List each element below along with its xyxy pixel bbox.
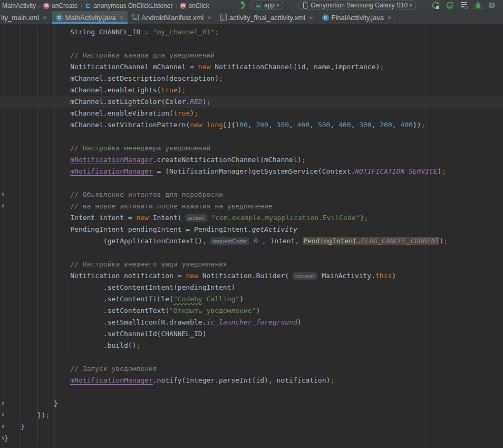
code-line: mChannel.setDescription(description); bbox=[0, 73, 503, 84]
code-line: .setChannelId(CHANNEL_ID) bbox=[0, 328, 503, 340]
code-line bbox=[0, 386, 503, 398]
tab-close-icon[interactable]: × bbox=[388, 14, 392, 22]
toolbar-actions: A bbox=[431, 1, 497, 9]
code-line: mNotificationManager.createNotificationC… bbox=[0, 154, 503, 166]
device-label: Genymotion Samsung Galaxy S10 bbox=[311, 2, 408, 9]
breadcrumb: MainActivity›onCreate›anonymous OnClickL… bbox=[2, 0, 209, 11]
code-line: String CHANNEL_ID = "my_channel_01"; bbox=[0, 26, 503, 38]
code-line: // на новое активити после нажатия на ув… bbox=[0, 201, 503, 212]
code-line: Intent intent = new Intent( action: "com… bbox=[0, 212, 503, 224]
breadcrumb-item[interactable]: MainActivity bbox=[2, 2, 36, 9]
breadcrumb-item[interactable]: onClick bbox=[180, 2, 209, 9]
code-line bbox=[0, 247, 503, 259]
breadcrumb-item[interactable]: onCreate bbox=[43, 2, 78, 9]
code-line: PendingIntent pendingIntent = PendingInt… bbox=[0, 224, 503, 235]
class-file-icon bbox=[322, 14, 329, 21]
method-icon bbox=[43, 3, 50, 9]
tab-activity_final_acttivity.xml[interactable]: activity_final_acttivity.xml× bbox=[216, 11, 318, 24]
debug-bug-icon[interactable] bbox=[474, 1, 482, 9]
code-line bbox=[0, 177, 503, 189]
code-area: String CHANNEL_ID = "my_channel_01"; // … bbox=[0, 24, 503, 444]
code-line: // Настройка канала для уведомлений bbox=[0, 50, 503, 61]
tab-AndroidManifest.xml[interactable]: AndroidManifest.xml× bbox=[128, 11, 216, 24]
tab-label: AndroidManifest.xml bbox=[141, 14, 204, 22]
editor[interactable]: String CHANNEL_ID = "my_channel_01"; // … bbox=[0, 24, 503, 447]
code-line bbox=[0, 351, 503, 363]
breadcrumb-separator: › bbox=[38, 2, 41, 9]
xml-file-icon bbox=[220, 14, 227, 21]
main-toolbar: MainActivity›onCreate›anonymous OnClickL… bbox=[0, 0, 503, 11]
code-line: } bbox=[0, 398, 503, 409]
code-line: // Обьявление интентов для переброски bbox=[0, 189, 503, 201]
code-line: .setContentIntent(pendingIntent) bbox=[0, 282, 503, 293]
breadcrumb-label: anonymous OnClickListener bbox=[93, 2, 172, 9]
fold-marker-icon[interactable]: ∧ bbox=[0, 400, 6, 406]
android-icon bbox=[255, 2, 262, 8]
device-phone-icon bbox=[302, 2, 308, 9]
code-line: // Настройка внешнего вида уведомления bbox=[0, 259, 503, 270]
tab-MainActivity.java[interactable]: MainActivity.java× bbox=[52, 11, 128, 24]
anonymous-class-icon bbox=[85, 3, 91, 9]
code-line bbox=[0, 38, 503, 50]
class-file-icon bbox=[56, 14, 63, 21]
breadcrumb-label: onClick bbox=[188, 2, 209, 9]
code-line: mChannel.enableVibration(true); bbox=[0, 108, 503, 119]
profile-icon[interactable] bbox=[488, 1, 497, 9]
manifest-file-icon bbox=[132, 14, 139, 21]
code-line: mChannel.setVibrationPattern(new long[]{… bbox=[0, 119, 503, 131]
fold-marker-icon[interactable]: ∧ bbox=[0, 423, 6, 430]
code-line: Notification notification = new Notifica… bbox=[0, 270, 503, 282]
tab-label: MainActivity.java bbox=[65, 14, 116, 22]
tab-close-icon[interactable]: × bbox=[309, 14, 313, 22]
code-line: } bbox=[0, 421, 503, 433]
code-line bbox=[0, 131, 503, 142]
code-line: } bbox=[0, 433, 503, 444]
tab-close-icon[interactable]: × bbox=[207, 14, 211, 22]
breadcrumb-separator: › bbox=[80, 2, 82, 9]
code-line: mNotificationManager = (NotificationMana… bbox=[0, 166, 503, 177]
fold-marker-icon[interactable]: ∨ bbox=[0, 191, 6, 197]
code-line: mChannel.enableLights(true); bbox=[0, 84, 503, 96]
tab-bar: ity_main.xml×MainActivity.java×AndroidMa… bbox=[0, 11, 503, 24]
code-line: .setContentTitle("Codeby Calling") bbox=[0, 293, 503, 305]
tab-label: FinalActtivity.java bbox=[332, 14, 384, 22]
run-config-label: app bbox=[264, 2, 275, 9]
run-config-selector[interactable]: app ▾ bbox=[251, 1, 283, 10]
tab-label: ity_main.xml bbox=[1, 14, 39, 22]
gutter: ∨∧∧∧∧∨ bbox=[0, 24, 7, 447]
apply-changes-icon[interactable] bbox=[431, 1, 440, 9]
breadcrumb-separator: › bbox=[175, 2, 177, 9]
breadcrumb-label: onCreate bbox=[52, 2, 78, 9]
breadcrumb-item[interactable]: anonymous OnClickListener bbox=[85, 2, 172, 9]
tab-label: activity_final_acttivity.xml bbox=[229, 14, 305, 22]
chevron-down-icon: ▾ bbox=[410, 3, 412, 8]
fold-marker-icon[interactable]: ∨ bbox=[0, 435, 6, 441]
device-selector[interactable]: Genymotion Samsung Galaxy S10 ▾ bbox=[298, 1, 416, 10]
code-line: .setSmallIcon(R.drawable.ic_launcher_for… bbox=[0, 317, 503, 328]
tab-close-icon[interactable]: × bbox=[43, 14, 47, 22]
apply-code-changes-icon[interactable]: A bbox=[446, 1, 454, 9]
run-tasks-list-icon[interactable] bbox=[460, 1, 468, 9]
svg-text:A: A bbox=[448, 4, 452, 9]
method-icon bbox=[180, 3, 186, 9]
chevron-down-icon: ▾ bbox=[277, 3, 279, 8]
code-line: // Запуск уведомления bbox=[0, 363, 503, 375]
fold-marker-icon[interactable]: ∧ bbox=[0, 203, 6, 209]
code-line: }); bbox=[0, 409, 503, 421]
code-line: (getApplicationContext(), requestCode: 0… bbox=[0, 235, 503, 247]
breadcrumb-label: MainActivity bbox=[2, 2, 36, 9]
code-line: mChannel.setLightColor(Color.RED); bbox=[0, 96, 503, 108]
code-line: .setContentText("Открыть уведомление") bbox=[0, 305, 503, 317]
code-line: .build(); bbox=[0, 340, 503, 351]
code-line: mNotificationManager.notify(Integer.pars… bbox=[0, 375, 503, 386]
code-line: NotificationChannel mChannel = new Notif… bbox=[0, 61, 503, 73]
fold-marker-icon[interactable]: ∧ bbox=[0, 412, 6, 418]
tab-ity_main.xml[interactable]: ity_main.xml× bbox=[0, 11, 52, 24]
build-hammer-icon[interactable] bbox=[238, 1, 247, 10]
tab-FinalActtivity.java[interactable]: FinalActtivity.java× bbox=[318, 11, 396, 24]
code-line: // Настройка менеджера уведомлений bbox=[0, 142, 503, 154]
tab-close-icon[interactable]: × bbox=[120, 14, 124, 22]
